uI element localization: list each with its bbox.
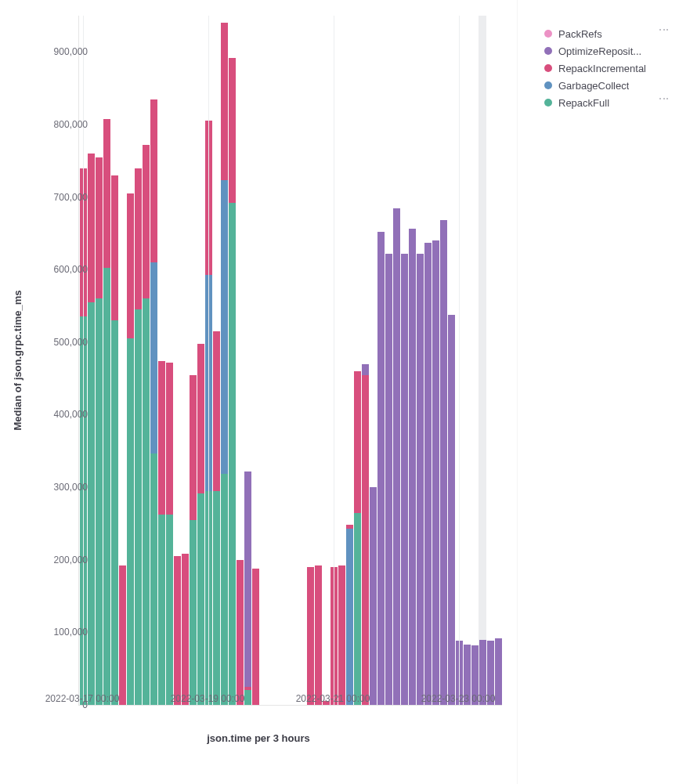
bar-column[interactable]: [174, 556, 181, 705]
bar-segment-optimizerepository[interactable]: [393, 208, 400, 705]
bar-column[interactable]: [448, 315, 455, 705]
bar-segment-repackincremental[interactable]: [362, 375, 369, 705]
bar-segment-repackincremental[interactable]: [315, 565, 322, 705]
bar-segment-optimizerepository[interactable]: [495, 638, 502, 705]
bar-segment-garbagecollect[interactable]: [221, 180, 228, 474]
bar-column[interactable]: [127, 193, 134, 705]
bar-segment-repackincremental[interactable]: [338, 565, 345, 705]
bar-column[interactable]: [409, 229, 416, 705]
bar-segment-repackfull[interactable]: [96, 298, 103, 705]
bar-column[interactable]: [150, 99, 157, 705]
bar-segment-repackfull[interactable]: [88, 302, 95, 705]
bar-column[interactable]: [197, 344, 204, 705]
bar-column[interactable]: [143, 145, 150, 705]
bar-segment-repackfull[interactable]: [150, 453, 157, 705]
bar-segment-repackincremental[interactable]: [252, 569, 259, 705]
bar-column[interactable]: [393, 208, 400, 705]
bar-segment-repackincremental[interactable]: [96, 157, 103, 299]
bar-segment-repackincremental[interactable]: [158, 361, 165, 515]
bar-segment-repackincremental[interactable]: [127, 193, 134, 338]
bar-segment-optimizerepository[interactable]: [244, 471, 251, 687]
bar-column[interactable]: [432, 240, 439, 705]
bar-segment-optimizerepository[interactable]: [471, 645, 479, 705]
bar-segment-repackfull[interactable]: [190, 520, 197, 705]
chart-menu-icon[interactable]: ⋮: [659, 94, 670, 103]
bar-column[interactable]: [88, 154, 95, 705]
bar-column[interactable]: [307, 567, 314, 705]
bar-column[interactable]: [354, 371, 361, 705]
bar-column[interactable]: [229, 58, 236, 705]
bar-segment-garbagecollect[interactable]: [346, 529, 353, 705]
bar-segment-repackfull[interactable]: [166, 515, 173, 705]
bar-segment-repackincremental[interactable]: [143, 145, 150, 298]
bar-segment-repackfull[interactable]: [244, 690, 251, 705]
bar-segment-repackincremental[interactable]: [229, 58, 236, 203]
bar-column[interactable]: [362, 364, 369, 705]
bar-column[interactable]: [346, 525, 353, 705]
bar-column[interactable]: [190, 375, 197, 705]
bar-segment-repackfull[interactable]: [213, 491, 220, 705]
bar-segment-repackincremental[interactable]: [307, 567, 314, 705]
bar-segment-optimizerepository[interactable]: [409, 229, 416, 705]
bar-segment-optimizerepository[interactable]: [479, 640, 486, 705]
bar-segment-optimizerepository[interactable]: [487, 641, 494, 705]
legend-item[interactable]: RepackFull: [544, 94, 662, 111]
bar-segment-repackincremental[interactable]: [221, 23, 228, 180]
bar-segment-optimizerepository[interactable]: [448, 315, 455, 705]
bar-column[interactable]: [213, 331, 220, 705]
bar-segment-repackincremental[interactable]: [174, 556, 181, 705]
bar-segment-repackfull[interactable]: [354, 513, 361, 705]
bar-column[interactable]: [111, 175, 118, 705]
bar-column[interactable]: [479, 640, 486, 705]
bar-segment-optimizerepository[interactable]: [417, 254, 424, 705]
bar-column[interactable]: [424, 243, 432, 705]
legend-item[interactable]: RepackIncremental: [544, 60, 662, 77]
bar-column[interactable]: [338, 565, 345, 705]
bar-column[interactable]: [182, 554, 189, 705]
bar-column[interactable]: [315, 565, 322, 705]
bar-column[interactable]: [417, 254, 424, 705]
bar-segment-optimizerepository[interactable]: [370, 487, 377, 705]
bar-segment-repackfull[interactable]: [197, 493, 204, 705]
bar-segment-repackincremental[interactable]: [354, 371, 361, 513]
bar-segment-garbagecollect[interactable]: [150, 262, 157, 453]
bar-segment-optimizerepository[interactable]: [424, 243, 432, 705]
bar-column[interactable]: [158, 361, 165, 705]
bar-segment-repackincremental[interactable]: [190, 375, 197, 520]
bar-segment-repackincremental[interactable]: [197, 344, 204, 493]
bar-segment-repackincremental[interactable]: [111, 175, 118, 320]
bar-column[interactable]: [323, 701, 330, 705]
bar-column[interactable]: [237, 560, 244, 705]
bar-segment-repackincremental[interactable]: [213, 331, 220, 491]
bar-column[interactable]: [221, 23, 228, 705]
bar-column[interactable]: [464, 645, 471, 705]
bar-column[interactable]: [385, 254, 392, 705]
legend-item[interactable]: GarbageCollect: [544, 77, 662, 94]
bar-segment-repackincremental[interactable]: [88, 154, 95, 302]
bar-segment-repackfull[interactable]: [111, 320, 118, 705]
bar-segment-optimizerepository[interactable]: [377, 232, 385, 705]
bar-segment-repackfull[interactable]: [127, 338, 134, 705]
bar-segment-repackincremental[interactable]: [237, 560, 244, 705]
legend-item[interactable]: PackRefs: [544, 25, 662, 42]
legend-item[interactable]: OptimizeReposit...: [544, 42, 662, 60]
bar-segment-repackfull[interactable]: [229, 203, 236, 705]
bar-column[interactable]: [119, 565, 126, 705]
bar-segment-repackincremental[interactable]: [135, 168, 142, 310]
bar-segment-optimizerepository[interactable]: [432, 240, 439, 705]
bar-column[interactable]: [244, 471, 251, 705]
bar-segment-optimizerepository[interactable]: [362, 364, 369, 375]
bar-column[interactable]: [103, 119, 110, 705]
bar-column[interactable]: [252, 569, 259, 705]
bar-segment-repackfull[interactable]: [158, 515, 165, 705]
bar-segment-optimizerepository[interactable]: [385, 254, 392, 705]
bar-column[interactable]: [401, 254, 408, 705]
bar-segment-repackfull[interactable]: [135, 309, 142, 705]
bar-column[interactable]: [135, 168, 142, 705]
bar-segment-repackincremental[interactable]: [103, 119, 110, 268]
bar-segment-repackincremental[interactable]: [166, 363, 173, 515]
bar-segment-repackfull[interactable]: [143, 298, 150, 705]
bar-column[interactable]: [471, 645, 479, 705]
bar-column[interactable]: [495, 638, 502, 705]
bar-column[interactable]: [377, 232, 385, 705]
